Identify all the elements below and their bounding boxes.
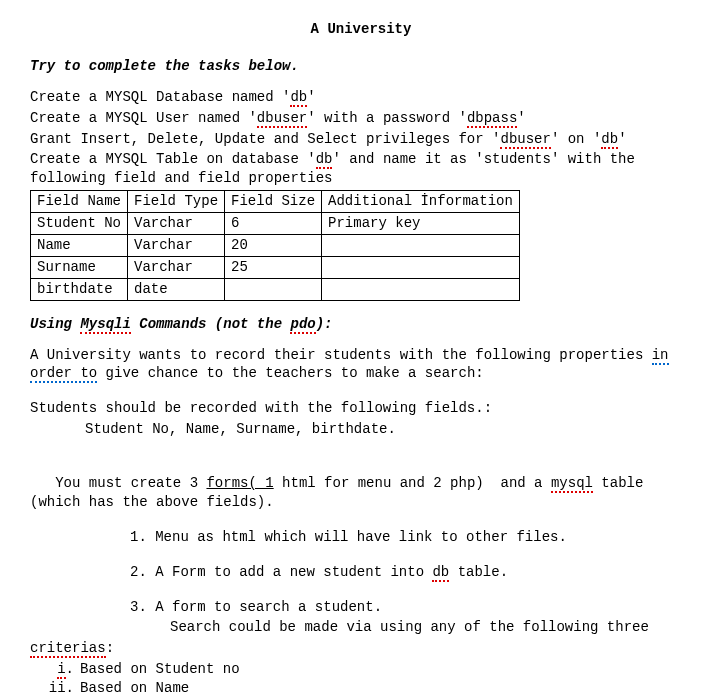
numbered-item-1: 1. Menu as html which will have link to …	[30, 528, 692, 547]
text: '	[307, 89, 315, 105]
td: 25	[225, 256, 322, 278]
spell-mysql: mysql	[551, 475, 593, 493]
section2-p1: A University wants to record their stude…	[30, 346, 692, 384]
roman-num: i.	[30, 660, 80, 679]
th: Additional İnformation	[322, 191, 520, 213]
text: give chance to the teachers to make a se…	[97, 365, 483, 381]
text: 2. A Form to add a new student into	[130, 564, 432, 580]
section2-p2-fields: Student No, Name, Surname, birthdate.	[30, 420, 692, 439]
roman-text: Based on Name	[80, 679, 189, 698]
td: Surname	[31, 256, 128, 278]
roman-num: ii.	[30, 679, 80, 698]
table-row: Student No Varchar 6 Primary key	[31, 213, 520, 235]
doc-title: A University	[30, 20, 692, 39]
task-line-2: Create a MYSQL User named 'dbuser' with …	[30, 109, 692, 128]
spell-mysqli: Mysqli	[80, 316, 130, 334]
text: Search could be made via using any of th…	[170, 619, 649, 635]
td: 6	[225, 213, 322, 235]
spell-dbuser: dbuser	[257, 110, 307, 128]
th: Field Size	[225, 191, 322, 213]
criterias-line: criterias:	[30, 639, 692, 658]
text: Commands (not the	[131, 316, 291, 332]
text: ):	[316, 316, 333, 332]
text: A University wants to record their stude…	[30, 347, 652, 363]
td	[322, 256, 520, 278]
roman-list: i. Based on Student no ii. Based on Name…	[30, 660, 692, 700]
td: birthdate	[31, 278, 128, 300]
spell-criterias: criterias	[30, 640, 106, 658]
table-row: Name Varchar 20	[31, 235, 520, 257]
text: html for menu and 2 php) and a	[274, 475, 551, 491]
table-row: birthdate date	[31, 278, 520, 300]
th: Field Type	[128, 191, 225, 213]
spell-dbuser: dbuser	[500, 131, 550, 149]
numbered-item-2: 2. A Form to add a new student into db t…	[30, 563, 692, 582]
text: ' on '	[551, 131, 601, 147]
td: Student No	[31, 213, 128, 235]
task-line-3: Grant Insert, Delete, Update and Select …	[30, 130, 692, 149]
td: Varchar	[128, 235, 225, 257]
td: Varchar	[128, 213, 225, 235]
task-line-1: Create a MYSQL Database named 'db'	[30, 88, 692, 107]
section2-heading: Using Mysqli Commands (not the pdo):	[30, 315, 692, 334]
td: Primary key	[322, 213, 520, 235]
spell-db: db	[316, 151, 333, 169]
text: '	[517, 110, 525, 126]
spell-db: db	[601, 131, 618, 149]
fields-table: Field Name Field Type Field Size Additio…	[30, 190, 520, 300]
text: ' with a password '	[307, 110, 467, 126]
text: Create a MYSQL User named '	[30, 110, 257, 126]
text: Create a MYSQL Database named '	[30, 89, 290, 105]
spell-i: i	[57, 661, 65, 679]
text: table.	[449, 564, 508, 580]
td: 20	[225, 235, 322, 257]
numbered-item-3: 3. A form to search a student.	[30, 598, 692, 617]
spell-pdo: pdo	[290, 316, 315, 334]
numbered-item-3-sub: Search could be made via using any of th…	[30, 618, 692, 637]
roman-item: i. Based on Student no	[30, 660, 692, 679]
td	[322, 278, 520, 300]
text: Grant Insert, Delete, Update and Select …	[30, 131, 500, 147]
spell-db: db	[432, 564, 449, 582]
text: :	[106, 640, 114, 656]
td	[322, 235, 520, 257]
spell-dbpass: dbpass	[467, 110, 517, 128]
td: Name	[31, 235, 128, 257]
task-line-4: Create a MYSQL Table on database 'db' an…	[30, 150, 692, 188]
intro-subtitle: Try to complete the tasks below.	[30, 57, 692, 76]
section2-p2: Students should be recorded with the fol…	[30, 399, 692, 418]
th: Field Name	[31, 191, 128, 213]
text: Using	[30, 316, 80, 332]
text: Create a MYSQL Table on database '	[30, 151, 316, 167]
text: '	[618, 131, 626, 147]
td	[225, 278, 322, 300]
section2-p3: You must create 3 forms( 1 html for menu…	[30, 455, 692, 512]
underline-forms: forms( 1	[206, 475, 273, 491]
roman-text: Based on Student no	[80, 660, 240, 679]
roman-item: ii. Based on Name	[30, 679, 692, 698]
td: date	[128, 278, 225, 300]
spell-db: db	[290, 89, 307, 107]
table-header-row: Field Name Field Type Field Size Additio…	[31, 191, 520, 213]
text: You must create 3	[30, 475, 206, 491]
td: Varchar	[128, 256, 225, 278]
table-row: Surname Varchar 25	[31, 256, 520, 278]
